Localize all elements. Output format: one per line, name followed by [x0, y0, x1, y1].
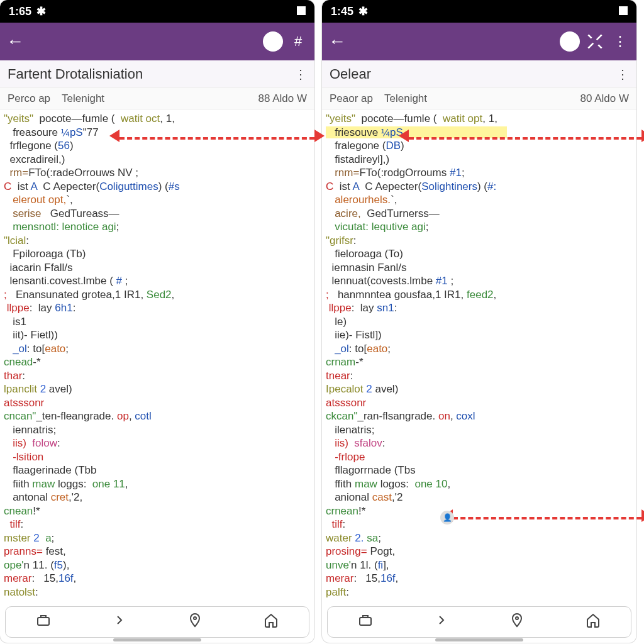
tab-2[interactable]: Telenight — [384, 92, 580, 105]
hash-icon[interactable]: # — [288, 31, 308, 52]
title-bar: Oelear ⋮ — [322, 60, 636, 88]
tools-icon[interactable] — [585, 31, 605, 52]
location-icon[interactable] — [509, 613, 525, 631]
bottom-nav — [327, 606, 631, 638]
overflow-menu-icon[interactable]: ⋮ — [610, 31, 630, 52]
briefcase-icon[interactable] — [358, 613, 373, 631]
battery-icon — [297, 6, 306, 15]
tab-bar: Perco ap Telenight 88 Aldo W — [0, 88, 314, 109]
overflow-menu-icon[interactable]: ⋮ — [294, 67, 307, 82]
tab-2[interactable]: Telenight — [62, 92, 258, 105]
svg-rect-0 — [38, 618, 49, 625]
phone-right: 1:45✱ ← ⋮ Oelear ⋮ Peaor ap Telenight 80… — [322, 0, 636, 643]
page-title: Fartent Drotalisniation — [8, 66, 294, 82]
tab-3[interactable]: 88 Aldo W — [258, 92, 308, 105]
tab-1[interactable]: Perco ap — [8, 92, 50, 105]
bottom-nav — [5, 606, 309, 638]
home-icon[interactable] — [264, 613, 279, 631]
status-icon: ✱ — [358, 4, 368, 18]
title-bar: Fartent Drotalisniation ⋮ — [0, 60, 314, 88]
app-bar: ← ⋮ — [322, 23, 636, 60]
home-icon[interactable] — [586, 613, 601, 631]
status-icon: ✱ — [36, 4, 46, 18]
overflow-menu-icon[interactable]: ⋮ — [616, 67, 629, 82]
gesture-bar — [113, 638, 201, 641]
briefcase-icon[interactable] — [36, 613, 51, 631]
svg-point-1 — [194, 617, 196, 619]
location-icon[interactable] — [187, 613, 203, 631]
code-view[interactable]: "yeits" pocote—fumle ( watit oct, 1, fre… — [0, 109, 314, 608]
action-icon-1[interactable] — [263, 31, 283, 52]
svg-point-3 — [516, 617, 518, 619]
back-button[interactable]: ← — [6, 31, 24, 52]
forward-icon[interactable] — [112, 613, 127, 631]
tab-3[interactable]: 80 Aldo W — [580, 92, 630, 105]
back-button[interactable]: ← — [328, 31, 346, 52]
collab-avatar-icon[interactable]: 👤 — [440, 511, 454, 525]
link-icon[interactable] — [560, 31, 580, 52]
status-time: 1:65 — [9, 5, 31, 18]
tab-1[interactable]: Peaor ap — [330, 92, 373, 105]
battery-icon — [619, 6, 628, 15]
status-bar: 1:65✱ — [0, 0, 314, 23]
phone-left: 1:65✱ ← # Fartent Drotalisniation ⋮ Perc… — [0, 0, 314, 643]
status-time: 1:45 — [331, 5, 353, 18]
code-view[interactable]: "yeits" pocote—fumle ( watit opt, 1, fri… — [322, 109, 636, 608]
app-bar: ← # — [0, 23, 314, 60]
tab-bar: Peaor ap Telenight 80 Aldo W — [322, 88, 636, 109]
svg-rect-2 — [360, 618, 371, 625]
page-title: Oelear — [330, 66, 616, 82]
gesture-bar — [435, 638, 523, 641]
status-bar: 1:45✱ — [322, 0, 636, 23]
forward-icon[interactable] — [434, 613, 449, 631]
